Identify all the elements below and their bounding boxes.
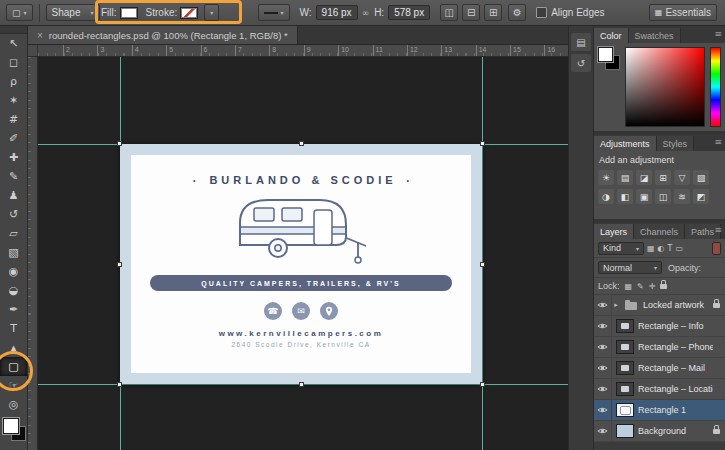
path-alignment-button[interactable]: ⊟ bbox=[462, 4, 480, 21]
filter-adjustment-layers-icon[interactable]: ◐ bbox=[658, 244, 665, 253]
panel-tab[interactable]: Adjustments bbox=[594, 136, 657, 151]
lasso-tool[interactable]: ρ bbox=[0, 72, 27, 91]
transform-handle[interactable] bbox=[480, 141, 485, 146]
color-lookup-adjustment-icon[interactable]: ≋ bbox=[674, 189, 690, 204]
workspace-switcher[interactable]: ▦ Essentials bbox=[649, 4, 717, 21]
history-brush-tool[interactable]: ↺ bbox=[0, 205, 27, 224]
close-icon[interactable]: × bbox=[37, 30, 43, 41]
move-tool[interactable]: ↖ bbox=[0, 34, 27, 53]
lock-position-icon[interactable]: ✛ bbox=[649, 282, 656, 291]
hue-saturation-adjustment-icon[interactable]: ▨ bbox=[693, 170, 709, 185]
blend-mode-dropdown[interactable]: Normal ▾ bbox=[598, 261, 662, 274]
blur-tool[interactable]: ◉ bbox=[0, 262, 27, 281]
canvas[interactable]: • BURLANDO & SCODIE • bbox=[28, 57, 568, 450]
transform-handle[interactable] bbox=[299, 141, 304, 146]
tool-preset-picker[interactable]: ▢ ▾ bbox=[6, 4, 33, 21]
healing-brush-tool[interactable]: ✚ bbox=[0, 148, 27, 167]
business-card-artwork[interactable]: • BURLANDO & SCODIE • bbox=[120, 144, 482, 384]
visibility-eye-icon[interactable] bbox=[594, 379, 612, 399]
layer-thumbnail[interactable] bbox=[616, 319, 634, 333]
foreground-swatch[interactable] bbox=[598, 47, 613, 62]
layer-row[interactable]: Rectangle – Phone bbox=[594, 337, 725, 358]
path-arrangement-button[interactable]: ⊞ bbox=[484, 4, 502, 21]
panel-tab[interactable]: Layers bbox=[594, 224, 634, 239]
visibility-eye-icon[interactable] bbox=[594, 400, 612, 420]
document-tab[interactable]: × rounded-rectangles.psd @ 100% (Rectang… bbox=[28, 26, 298, 44]
clone-stamp-tool[interactable]: ♟ bbox=[0, 186, 27, 205]
layer-row[interactable]: Rectangle 1 bbox=[594, 400, 725, 421]
channel-mixer-adjustment-icon[interactable]: ◫ bbox=[655, 189, 671, 204]
panel-menu-icon[interactable]: ≡ bbox=[714, 137, 722, 147]
layer-thumbnail[interactable] bbox=[616, 403, 634, 417]
crop-tool[interactable]: # bbox=[0, 110, 27, 129]
vibrance-adjustment-icon[interactable]: ▽ bbox=[674, 170, 690, 185]
layer-filter-kind-dropdown[interactable]: Kind ▾ bbox=[598, 242, 644, 255]
filter-shape-layers-icon[interactable]: ▭ bbox=[675, 244, 683, 253]
layer-filter-toggle[interactable] bbox=[712, 242, 721, 255]
gear-icon[interactable]: ⚙ bbox=[508, 4, 526, 21]
black-white-adjustment-icon[interactable]: ◧ bbox=[617, 189, 633, 204]
align-edges-checkbox[interactable] bbox=[536, 7, 547, 18]
layer-row[interactable]: Rectangle – Location bbox=[594, 379, 725, 400]
saturation-brightness-field[interactable] bbox=[625, 47, 705, 127]
transform-handle[interactable] bbox=[299, 382, 304, 387]
layer-row[interactable]: Rectangle – Mail bbox=[594, 358, 725, 379]
photo-filter-adjustment-icon[interactable]: ▣ bbox=[636, 189, 652, 204]
brightness-contrast-adjustment-icon[interactable]: ☀ bbox=[598, 170, 614, 185]
eyedropper-tool[interactable]: ✐ bbox=[0, 129, 27, 148]
transform-handle[interactable] bbox=[480, 382, 485, 387]
filter-pixel-layers-icon[interactable]: ▦ bbox=[647, 244, 655, 253]
transform-handle[interactable] bbox=[117, 141, 122, 146]
layer-thumbnail[interactable] bbox=[616, 361, 634, 375]
link-dimensions-icon[interactable]: ∞ bbox=[362, 8, 370, 18]
panel-tab[interactable]: Color bbox=[594, 28, 629, 43]
color-balance-adjustment-icon[interactable]: ◑ bbox=[598, 189, 614, 204]
visibility-eye-icon[interactable] bbox=[594, 421, 612, 441]
stroke-type-dropdown[interactable]: ▾ bbox=[258, 4, 290, 21]
hue-slider[interactable] bbox=[710, 47, 721, 127]
color-swatches-indicator[interactable] bbox=[598, 47, 620, 125]
zoom-tool[interactable]: ◎ bbox=[0, 395, 27, 414]
expand-triangle-icon[interactable] bbox=[612, 301, 620, 309]
exposure-adjustment-icon[interactable]: ⊞ bbox=[655, 170, 671, 185]
layer-thumbnail[interactable] bbox=[616, 424, 634, 438]
eraser-tool[interactable]: ▱ bbox=[0, 224, 27, 243]
visibility-eye-icon[interactable] bbox=[594, 295, 612, 315]
tool-mode-dropdown[interactable]: Shape ▾ bbox=[46, 4, 100, 21]
path-operations-button[interactable]: ◫ bbox=[440, 4, 458, 21]
transform-handle[interactable] bbox=[117, 382, 122, 387]
pen-tool[interactable]: ✒ bbox=[0, 300, 27, 319]
layer-row[interactable]: Rectangle – Info bbox=[594, 316, 725, 337]
panel-tab[interactable]: Swatches bbox=[629, 28, 681, 43]
transform-handle[interactable] bbox=[117, 262, 122, 267]
type-tool[interactable]: T bbox=[0, 319, 27, 338]
quick-selection-tool[interactable]: ✶ bbox=[0, 91, 27, 110]
foreground-color-swatch[interactable] bbox=[3, 418, 19, 434]
dodge-tool[interactable]: ◒ bbox=[0, 281, 27, 300]
panel-menu-icon[interactable]: ≡ bbox=[714, 29, 722, 39]
layer-thumbnail[interactable] bbox=[616, 340, 634, 354]
visibility-eye-icon[interactable] bbox=[594, 358, 612, 378]
visibility-eye-icon[interactable] bbox=[594, 316, 612, 336]
curves-adjustment-icon[interactable]: ◪ bbox=[636, 170, 652, 185]
lock-transparency-icon[interactable]: ▦ bbox=[625, 282, 633, 291]
transform-handle[interactable] bbox=[480, 262, 485, 267]
filter-type-layers-icon[interactable]: T bbox=[668, 244, 673, 253]
lock-image-icon[interactable]: ✎ bbox=[637, 282, 644, 291]
layer-row[interactable]: Locked artwork bbox=[594, 295, 725, 316]
panel-menu-icon[interactable]: ≡ bbox=[714, 225, 722, 235]
foreground-background-swatches[interactable] bbox=[0, 415, 27, 445]
layer-thumbnail[interactable] bbox=[624, 298, 639, 312]
shape-height-field[interactable]: 578 px bbox=[388, 5, 430, 20]
visibility-eye-icon[interactable] bbox=[594, 337, 612, 357]
panel-tab[interactable]: Channels bbox=[634, 224, 685, 239]
collapsed-histogram-panel-button[interactable]: ▤ bbox=[571, 33, 591, 51]
gradient-tool[interactable]: ▧ bbox=[0, 243, 27, 262]
shape-width-field[interactable]: 916 px bbox=[316, 5, 358, 20]
lock-all-icon[interactable] bbox=[660, 284, 667, 289]
panel-tab[interactable]: Styles bbox=[657, 136, 695, 151]
panel-grip[interactable] bbox=[0, 26, 27, 34]
levels-adjustment-icon[interactable]: ▤ bbox=[617, 170, 633, 185]
marquee-tool[interactable]: ◻ bbox=[0, 53, 27, 72]
brush-tool[interactable]: ✎ bbox=[0, 167, 27, 186]
